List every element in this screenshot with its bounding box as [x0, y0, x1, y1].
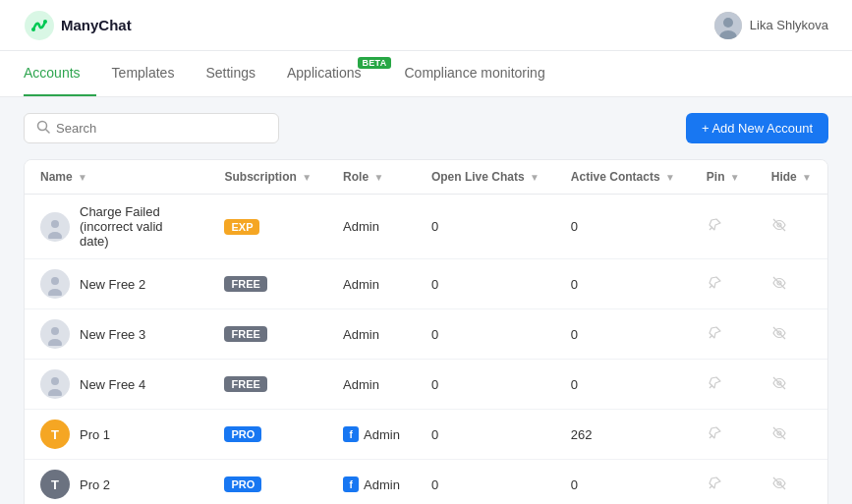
avatar: T	[40, 470, 70, 499]
subscription-badge: FREE	[224, 326, 266, 342]
col-header-hide[interactable]: Hide ▼	[756, 160, 827, 195]
pin-icon[interactable]	[707, 278, 722, 294]
avatar	[714, 12, 742, 39]
add-new-account-button[interactable]: + Add New Account	[686, 113, 828, 143]
cell-pin[interactable]	[691, 360, 756, 410]
pin-icon[interactable]	[707, 220, 722, 236]
cell-hide[interactable]	[756, 309, 827, 360]
svg-line-7	[46, 130, 50, 134]
col-header-active-contacts[interactable]: Active Contacts ▼	[555, 160, 691, 195]
cell-name: New Free 4	[25, 360, 208, 410]
cell-active-contacts: 0	[555, 195, 691, 259]
col-header-subscription[interactable]: Subscription ▼	[208, 160, 327, 195]
subscription-badge: FREE	[224, 276, 266, 292]
col-header-open-live-chats[interactable]: Open Live Chats ▼	[416, 160, 555, 195]
cell-hide[interactable]	[756, 410, 827, 460]
beta-badge: BETA	[358, 57, 390, 69]
cell-name: Charge Failed (incorrect valid date)	[25, 195, 208, 259]
hide-icon[interactable]	[771, 428, 787, 444]
user-area[interactable]: Lika Shlykova	[714, 12, 828, 39]
col-header-name[interactable]: Name ▼	[25, 160, 208, 195]
cell-role: Admin	[327, 195, 416, 259]
svg-line-20	[710, 335, 712, 338]
table-row: New Free 3 FREE Admin 0 0	[25, 309, 827, 360]
logo-area: ManyChat	[24, 10, 132, 41]
cell-hide[interactable]	[756, 259, 827, 309]
table-row: New Free 4 FREE Admin 0 0	[25, 360, 827, 410]
cell-name: T Pro 1	[25, 410, 208, 460]
cell-name: New Free 2	[25, 259, 208, 309]
cell-subscription: FREE	[208, 259, 327, 309]
svg-point-23	[51, 377, 59, 385]
hide-icon[interactable]	[771, 278, 787, 294]
subscription-badge: PRO	[224, 426, 261, 442]
nav-item-applications[interactable]: Applications BETA	[271, 51, 389, 96]
facebook-icon: f	[343, 476, 359, 492]
cell-active-contacts: 0	[555, 460, 691, 505]
pin-icon[interactable]	[707, 428, 722, 444]
search-input[interactable]	[56, 121, 266, 136]
cell-hide[interactable]	[756, 460, 827, 505]
cell-open-live-chats: 0	[416, 309, 555, 360]
cell-subscription: EXP	[208, 195, 327, 259]
search-box[interactable]	[24, 113, 279, 143]
avatar	[40, 212, 70, 242]
user-name: Lika Shlykova	[750, 18, 828, 32]
col-header-pin[interactable]: Pin ▼	[691, 160, 756, 195]
cell-open-live-chats: 0	[416, 410, 555, 460]
sort-arrow-role: ▼	[373, 172, 383, 183]
svg-point-14	[48, 289, 62, 296]
svg-line-25	[710, 385, 712, 388]
cell-subscription: PRO	[208, 460, 327, 505]
svg-point-24	[48, 389, 62, 396]
pin-icon[interactable]	[707, 378, 722, 394]
logo-icon	[24, 10, 55, 41]
table-row: New Free 2 FREE Admin 0 0	[25, 259, 827, 309]
svg-line-28	[710, 435, 712, 438]
cell-active-contacts: 262	[555, 410, 691, 460]
cell-pin[interactable]	[691, 410, 756, 460]
cell-active-contacts: 0	[555, 360, 691, 410]
hide-icon[interactable]	[771, 328, 787, 344]
avatar	[40, 319, 70, 349]
hide-icon[interactable]	[771, 220, 787, 236]
cell-pin[interactable]	[691, 259, 756, 309]
svg-line-31	[710, 485, 712, 488]
cell-role: Admin	[327, 309, 416, 360]
svg-line-10	[710, 227, 712, 230]
cell-pin[interactable]	[691, 460, 756, 505]
svg-point-9	[48, 232, 62, 239]
cell-hide[interactable]	[756, 195, 827, 259]
nav-item-compliance[interactable]: Compliance monitoring	[389, 51, 561, 96]
cell-active-contacts: 0	[555, 259, 691, 309]
avatar	[40, 369, 70, 399]
cell-pin[interactable]	[691, 309, 756, 360]
facebook-icon: f	[343, 426, 359, 442]
hide-icon[interactable]	[771, 478, 787, 494]
nav-item-settings[interactable]: Settings	[190, 51, 271, 96]
svg-point-4	[723, 18, 733, 28]
table-header-row: Name ▼ Subscription ▼ Role ▼ Open Live C…	[25, 160, 827, 195]
pin-icon[interactable]	[707, 328, 722, 344]
cell-open-live-chats: 0	[416, 259, 555, 309]
cell-name: New Free 3	[25, 309, 208, 360]
sort-arrow-pin: ▼	[730, 172, 740, 183]
avatar: T	[40, 420, 70, 449]
table-row: T Pro 2 PRO f Admin 0 0	[25, 460, 827, 505]
cell-role: f Admin	[327, 460, 416, 505]
pin-icon[interactable]	[707, 478, 722, 494]
subscription-badge: PRO	[224, 476, 261, 492]
hide-icon[interactable]	[771, 378, 787, 394]
col-header-role[interactable]: Role ▼	[327, 160, 416, 195]
app-container: ManyChat Lika Shlykova Accounts Template…	[0, 0, 852, 504]
header: ManyChat Lika Shlykova	[0, 0, 852, 51]
subscription-badge: FREE	[224, 376, 266, 392]
table-row: Charge Failed (incorrect valid date) EXP…	[25, 195, 827, 259]
nav-item-templates[interactable]: Templates	[96, 51, 191, 96]
cell-hide[interactable]	[756, 360, 827, 410]
table-row: T Pro 1 PRO f Admin 0 262	[25, 410, 827, 460]
cell-name: T Pro 2	[25, 460, 208, 505]
svg-point-18	[51, 327, 59, 335]
nav-item-accounts[interactable]: Accounts	[24, 51, 96, 96]
cell-pin[interactable]	[691, 195, 756, 259]
